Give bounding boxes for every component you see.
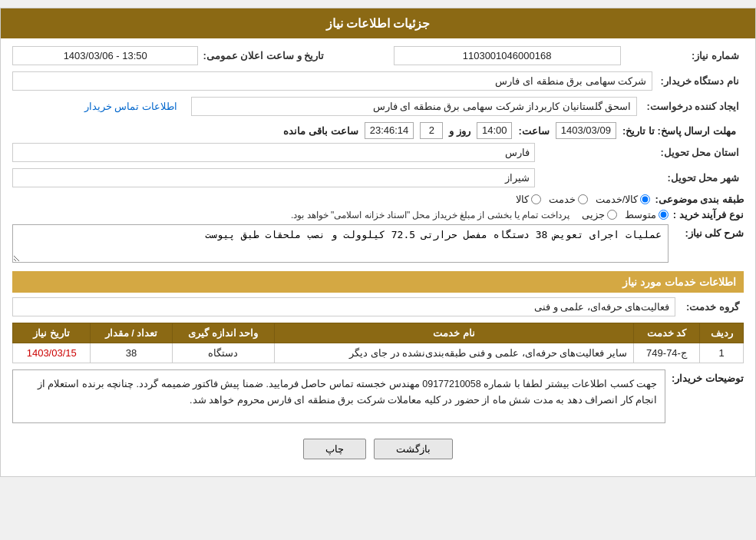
noe-farayand-row: نوع فرآیند خرید : متوسط جزیی پرداخت تمام… xyxy=(12,209,744,220)
radio-kala-label: کالا xyxy=(516,194,529,205)
shahr-value: شیراز xyxy=(13,169,535,187)
timer-value: 23:46:14 xyxy=(365,122,414,139)
tarikh-elaan-value: 1403/03/06 - 13:50 xyxy=(13,47,198,65)
radio-kala[interactable]: کالا xyxy=(516,194,541,205)
grouh-label: گروه خدمت: xyxy=(675,298,744,316)
radio-jozi-label: جزیی xyxy=(582,209,605,220)
cell-vahed: دستگاه xyxy=(172,343,275,363)
radio-khedmat-label: خدمت xyxy=(549,194,576,205)
shomare-niaz-label: شماره نیاز: xyxy=(620,47,744,65)
ostan-value: فارس xyxy=(13,144,535,162)
col-radif: ردیف xyxy=(700,323,744,343)
grouh-value: فعالیت‌های حرفه‌ای، علمی و فنی xyxy=(13,298,675,316)
sharh-label: شرح کلی نیاز: xyxy=(675,224,744,239)
sharh-textarea[interactable]: عملیات اجرای تعویض 38 دستگاه مفصل حرارتی… xyxy=(12,224,669,263)
noe-farayand-label: نوع فرآیند خرید : xyxy=(673,209,744,220)
roz-label: روز و xyxy=(449,125,470,137)
roz-value: 2 xyxy=(420,122,443,139)
col-tarikh: تاریخ نیاز xyxy=(13,323,91,343)
tabaghebandi-label: طبقه بندی موضوعی: xyxy=(655,194,744,205)
ijad-konande-label: ایجاد کننده درخواست: xyxy=(636,98,744,116)
saat-label: ساعت: xyxy=(518,125,549,137)
shomare-niaz-value: 1103001046000168 xyxy=(394,47,620,65)
bottom-buttons: بازگشت چاپ xyxy=(12,429,744,469)
radio-kala-khedmat-label: کالا/خدمت xyxy=(596,194,639,205)
col-vahed: واحد اندازه گیری xyxy=(172,323,275,343)
col-code: کد خدمت xyxy=(633,323,699,343)
mohlat-row: مهلت ارسال پاسخ: تا تاریخ: 1403/03/09 سا… xyxy=(12,122,744,139)
tozihat-value: جهت کسب اطلاعات بیشتر لطفا با شماره 0917… xyxy=(12,369,665,423)
khadamat-header: اطلاعات خدمات مورد نیاز xyxy=(12,271,744,293)
tozihat-label: توضیحات خریدار: xyxy=(672,369,744,384)
table-row: 1 ج-74-749 سایر فعالیت‌های حرفه‌ای، علمی… xyxy=(13,343,744,363)
radio-khedmat[interactable]: خدمت xyxy=(549,194,588,205)
saat-mande-label: ساعت باقی مانده xyxy=(283,125,358,137)
bazgasht-button[interactable]: بازگشت xyxy=(374,439,453,459)
radio-motavvasat-label: متوسط xyxy=(625,209,656,220)
nam-dastgah-value: شرکت سهامی برق منطقه ای فارس xyxy=(13,72,652,91)
page-title: جزئیات اطلاعات نیاز xyxy=(1,8,755,38)
chap-button[interactable]: چاپ xyxy=(303,439,366,459)
col-name: نام خدمت xyxy=(275,323,634,343)
cell-tedad: 38 xyxy=(91,343,172,363)
cell-tarikh: 1403/03/15 xyxy=(13,343,91,363)
ostan-label: استان محل تحویل: xyxy=(535,144,744,162)
cell-radif: 1 xyxy=(700,343,744,363)
mohlat-label: مهلت ارسال پاسخ: تا تاریخ: xyxy=(622,125,736,137)
tofazand-link[interactable]: اطلاعات تماس خریدار xyxy=(12,98,182,116)
col-tedad: تعداد / مقدار xyxy=(91,323,172,343)
cell-code: ج-74-749 xyxy=(633,343,699,363)
sharh-section: شرح کلی نیاز: عملیات اجرای تعویض 38 دستگ… xyxy=(12,224,744,265)
saat-value: 14:00 xyxy=(477,122,513,139)
nam-dastgah-label: نام دستگاه خریدار: xyxy=(652,72,744,91)
cell-name: سایر فعالیت‌های حرفه‌ای، علمی و فنی طبقه… xyxy=(275,343,634,363)
radio-jozi[interactable]: جزیی xyxy=(582,209,617,220)
noe-farayand-note: پرداخت تمام یا بخشی از مبلغ خریداز محل "… xyxy=(291,210,569,220)
radio-motavvasat[interactable]: متوسط xyxy=(625,209,669,220)
tabaghebandi-row: طبقه بندی موضوعی: کالا/خدمت خدمت کالا xyxy=(12,194,744,205)
services-table: ردیف کد خدمت نام خدمت واحد اندازه گیری ت… xyxy=(12,323,744,363)
ijad-konande-value: اسحق گلستانیان کاربرداز شرکت سهامی برق م… xyxy=(191,98,636,116)
farayand-radios: متوسط جزیی xyxy=(582,209,669,220)
tabaghebandi-radios: کالا/خدمت خدمت کالا xyxy=(516,194,651,205)
radio-kala-khedmat[interactable]: کالا/خدمت xyxy=(596,194,651,205)
tarikh-mohlat: 1403/03/09 xyxy=(556,122,616,139)
tarikh-elaan-label: تاریخ و ساعت اعلان عمومی: xyxy=(198,47,373,65)
tozihat-section: توضیحات خریدار: جهت کسب اطلاعات بیشتر لط… xyxy=(12,369,744,423)
shahr-label: شهر محل تحویل: xyxy=(535,169,744,187)
